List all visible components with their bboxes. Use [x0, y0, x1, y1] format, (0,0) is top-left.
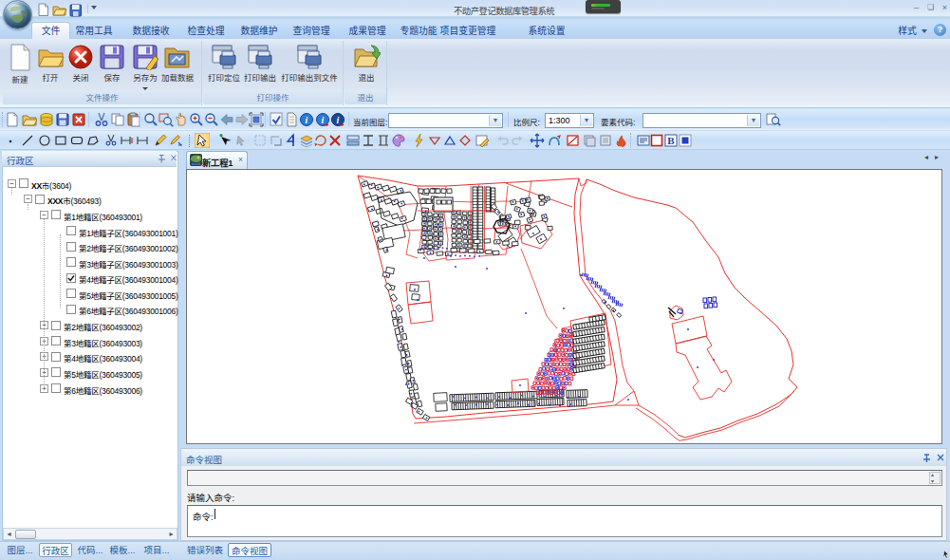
svg-text:i: i	[322, 115, 325, 125]
svg-text:i: i	[337, 115, 340, 125]
svg-text:i: i	[306, 115, 308, 125]
svg-text:B: B	[667, 135, 675, 146]
